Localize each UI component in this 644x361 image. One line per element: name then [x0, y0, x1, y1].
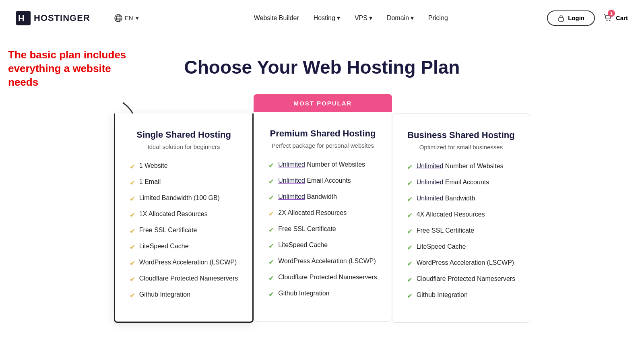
navbar: H HOSTINGER EN ▾ Website Builder Hosting…: [0, 0, 644, 36]
nav-hosting[interactable]: Hosting ▾: [314, 14, 340, 22]
plan-single-title: Single Shared Hosting: [130, 130, 238, 140]
plan-single-subtitle: Ideal solution for beginners: [130, 143, 238, 150]
check-icon: ✔: [268, 226, 274, 234]
check-icon: ✔: [268, 242, 274, 250]
feature-item: ✔Unlimited Email Accounts: [268, 177, 377, 186]
logo[interactable]: H HOSTINGER: [16, 11, 90, 25]
check-icon: ✔: [130, 211, 135, 219]
feature-item: ✔Github Integration: [130, 291, 238, 300]
login-button[interactable]: Login: [547, 10, 595, 26]
feature-item: ✔Limited Bandwidth (100 GB): [130, 194, 238, 203]
annotation-text: The basic plan includes everything a web…: [8, 48, 137, 89]
feature-item: ✔Unlimited Bandwidth: [407, 195, 515, 204]
feature-item: ✔Cloudflare Protected Nameservers: [407, 275, 515, 284]
check-icon: ✔: [130, 259, 135, 268]
feature-item: ✔Free SSL Certificate: [268, 225, 377, 234]
feature-item: ✔Github Integration: [268, 290, 377, 299]
feature-item: ✔LiteSpeed Cache: [268, 241, 377, 250]
plan-single-col: Single Shared Hosting Ideal solution for…: [114, 94, 254, 323]
feature-item: ✔1 Website: [130, 162, 238, 171]
check-icon: ✔: [407, 163, 413, 171]
check-icon: ✔: [268, 290, 274, 299]
plans-container: Single Shared Hosting Ideal solution for…: [24, 94, 620, 323]
plan-premium-subtitle: Perfect package for personal websites: [268, 142, 377, 149]
feature-item: ✔Free SSL Certificate: [407, 227, 515, 236]
nav-pricing[interactable]: Pricing: [428, 14, 448, 22]
feature-item: ✔Unlimited Number of Websites: [407, 163, 515, 171]
check-icon: ✔: [407, 227, 413, 236]
plan-card-premium: Premium Shared Hosting Perfect package f…: [254, 112, 392, 322]
plan-premium-col: MOST POPULAR Premium Shared Hosting Perf…: [254, 94, 392, 322]
logo-text: HOSTINGER: [34, 13, 90, 23]
feature-item: ✔4X Allocated Resources: [407, 211, 515, 220]
feature-item: ✔Unlimited Bandwidth: [268, 193, 377, 202]
check-icon: ✔: [407, 195, 413, 204]
language-selector[interactable]: EN ▾: [114, 14, 139, 22]
svg-rect-7: [559, 18, 564, 21]
check-icon: ✔: [407, 211, 413, 220]
plan-single-features: ✔1 Website ✔1 Email ✔Limited Bandwidth (…: [130, 162, 238, 300]
svg-text:H: H: [18, 13, 25, 23]
feature-item: ✔Cloudflare Protected Nameservers: [130, 275, 238, 284]
plan-premium-title: Premium Shared Hosting: [268, 128, 377, 139]
check-icon: ✔: [268, 194, 274, 202]
plan-business-title: Business Shared Hosting: [407, 130, 515, 140]
plan-business-features: ✔Unlimited Number of Websites ✔Unlimited…: [407, 163, 515, 300]
check-icon: ✔: [130, 227, 135, 235]
svg-point-8: [606, 20, 607, 21]
logo-icon: H: [16, 11, 31, 25]
domain-chevron-icon: ▾: [411, 14, 414, 22]
cart-button[interactable]: 1 Cart: [603, 13, 628, 23]
check-icon: ✔: [130, 195, 135, 203]
feature-item: ✔1X Allocated Resources: [130, 210, 238, 219]
plan-card-single: Single Shared Hosting Ideal solution for…: [114, 113, 254, 323]
check-icon: ✔: [407, 243, 413, 252]
lock-icon: [557, 14, 565, 22]
check-icon: ✔: [268, 177, 274, 186]
feature-item: ✔Free SSL Certificate: [130, 227, 238, 235]
hosting-chevron-icon: ▾: [337, 14, 340, 22]
feature-item: ✔Unlimited Email Accounts: [407, 179, 515, 188]
nav-domain[interactable]: Domain ▾: [387, 14, 414, 22]
lang-label: EN: [125, 14, 133, 21]
feature-item: ✔2X Allocated Resources: [268, 209, 377, 218]
nav-website-builder[interactable]: Website Builder: [254, 14, 299, 22]
check-icon: ✔: [268, 258, 274, 266]
cart-label: Cart: [616, 14, 628, 21]
cart-badge: 1: [608, 10, 615, 17]
plan-card-business: Business Shared Hosting Optimized for sm…: [392, 113, 530, 323]
check-icon: ✔: [130, 243, 135, 252]
feature-item: ✔WordPress Acceleration (LSCWP): [407, 259, 515, 268]
check-icon: ✔: [130, 179, 135, 187]
feature-item: ✔Cloudflare Protected Nameservers: [268, 274, 377, 283]
check-icon: ✔: [130, 275, 135, 284]
feature-item: ✔LiteSpeed Cache: [130, 243, 238, 252]
nav-vps[interactable]: VPS ▾: [355, 14, 372, 22]
vps-chevron-icon: ▾: [369, 14, 372, 22]
check-icon: ✔: [268, 274, 274, 283]
check-icon: ✔: [407, 179, 413, 188]
most-popular-banner: MOST POPULAR: [254, 94, 392, 112]
check-icon: ✔: [130, 291, 135, 300]
check-icon: ✔: [268, 161, 274, 170]
check-icon: ✔: [407, 276, 413, 284]
check-icon: ✔: [407, 292, 413, 300]
feature-item: ✔Unlimited Number of Websites: [268, 161, 377, 170]
main-content: The basic plan includes everything a web…: [0, 36, 644, 339]
plan-business-subtitle: Optimized for small businesses: [407, 144, 515, 151]
feature-item: ✔LiteSpeed Cache: [407, 243, 515, 252]
check-icon: ✔: [268, 210, 274, 218]
check-icon: ✔: [407, 260, 413, 268]
feature-item: ✔WordPress Acceleration (LSCWP): [268, 258, 377, 266]
nav-actions: Login 1 Cart: [547, 10, 628, 26]
svg-point-9: [609, 20, 610, 21]
feature-item: ✔Github Integration: [407, 291, 515, 300]
nav-links: Website Builder Hosting ▾ VPS ▾ Domain ▾…: [155, 14, 547, 22]
feature-item: ✔WordPress Acceleration (LSCWP): [130, 259, 238, 268]
feature-item: ✔1 Email: [130, 178, 238, 187]
plan-premium-features: ✔Unlimited Number of Websites ✔Unlimited…: [268, 161, 377, 299]
globe-icon: [114, 14, 122, 22]
lang-chevron-icon: ▾: [136, 14, 139, 22]
check-icon: ✔: [130, 163, 135, 171]
plan-business-col: Business Shared Hosting Optimized for sm…: [392, 94, 530, 323]
